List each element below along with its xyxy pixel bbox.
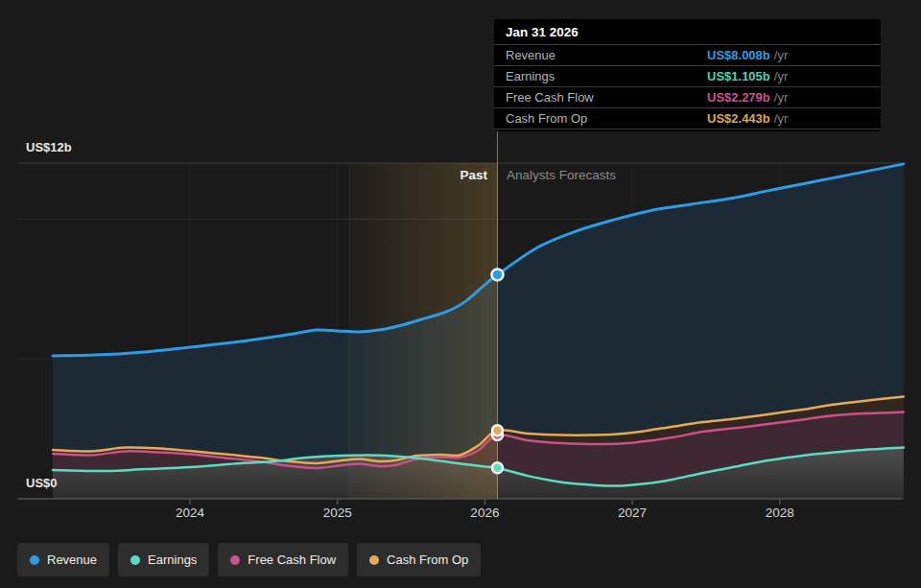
legend-label: Free Cash Flow [248,553,336,567]
tooltip-unit: /yr [774,90,788,105]
tooltip-value: US$8.008b/yr [707,45,788,65]
revenue-marker-dot[interactable] [492,269,504,280]
x-tick-label-2027: 2027 [618,506,647,520]
legend-toggle-revenue[interactable]: Revenue [17,543,109,576]
chart-legend: Revenue Earnings Free Cash Flow Cash Fro… [17,543,481,576]
tooltip-row-earnings: Earnings US$1.105b/yr [494,66,881,87]
cash-from-op-dot-icon [369,555,379,565]
tooltip-unit: /yr [774,111,788,126]
tooltip-unit: /yr [774,48,788,62]
earnings-revenue-growth-chart[interactable]: US$12b US$0 20242025202620272028 Past An… [0,0,921,588]
legend-label: Cash From Op [387,553,468,567]
legend-toggle-cash-from-op[interactable]: Cash From Op [357,543,481,576]
cash-from-op-marker-dot[interactable] [492,425,503,435]
tooltip-label: Revenue [506,48,555,62]
tooltip-value: US$2.443b/yr [707,108,788,129]
earnings-dot-icon [130,555,140,565]
legend-toggle-earnings[interactable]: Earnings [118,543,209,576]
past-region-label: Past [372,168,487,182]
legend-label: Earnings [148,553,197,567]
revenue-dot-icon [30,555,39,565]
tooltip-value: US$2.279b/yr [707,87,788,107]
legend-label: Revenue [47,553,97,567]
tooltip-row-free-cash-flow: Free Cash Flow US$2.279b/yr [494,87,881,108]
earnings-marker-dot[interactable] [492,462,503,473]
tooltip-label: Cash From Op [506,111,587,126]
free-cash-flow-dot-icon [230,555,240,565]
tooltip-row-revenue: Revenue US$8.008b/yr [494,45,881,66]
tooltip-unit: /yr [774,69,788,83]
x-tick-label-2024: 2024 [176,506,204,520]
chart-tooltip: Jan 31 2026 Revenue US$8.008b/yr Earning… [494,19,881,131]
y-axis-zero-label: US$0 [26,476,58,490]
x-tick-label-2026: 2026 [470,506,499,520]
x-tick-label-2025: 2025 [323,506,352,520]
tooltip-row-cash-from-op: Cash From Op US$2.443b/yr [494,108,881,129]
tooltip-date: Jan 31 2026 [494,19,881,45]
tooltip-label: Free Cash Flow [506,90,594,105]
x-tick-label-2028: 2028 [766,506,794,520]
tooltip-value: US$1.105b/yr [707,66,788,86]
y-axis-max-label: US$12b [26,140,72,154]
forecast-region-label: Analysts Forecasts [507,168,616,182]
legend-toggle-free-cash-flow[interactable]: Free Cash Flow [218,543,348,576]
tooltip-label: Earnings [506,69,555,83]
